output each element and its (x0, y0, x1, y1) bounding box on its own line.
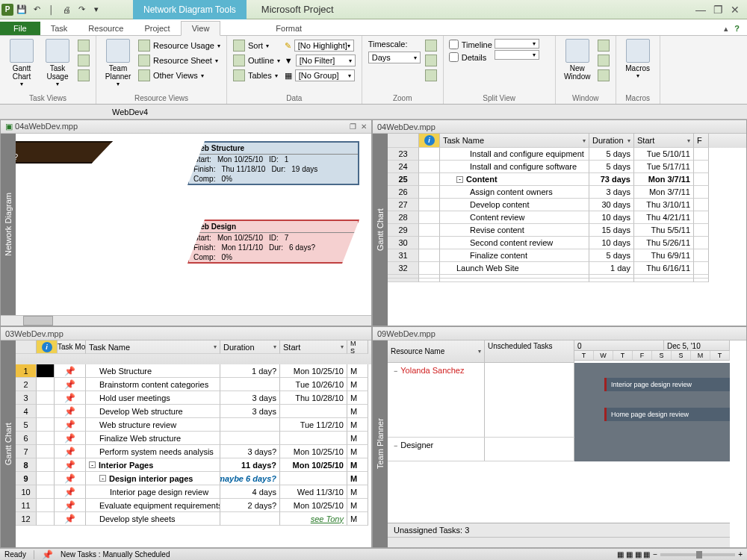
col-task-mode[interactable]: Task Mode▾ (55, 340, 86, 354)
new-window-button[interactable]: New Window (560, 37, 595, 81)
tab-project[interactable]: Project (134, 22, 180, 35)
table-row[interactable]: 9📌-Design interior pagesmaybe 6 days?M (16, 472, 371, 485)
table-row[interactable]: 30Second content review10 daysThu 5/26/1… (388, 237, 746, 249)
tab-format[interactable]: Format (265, 22, 312, 35)
minimize-button[interactable]: — (695, 4, 706, 16)
table-row[interactable]: 24Install and configure software5 daysTu… (388, 161, 746, 173)
redo-icon[interactable]: ↷ (75, 3, 88, 16)
table-row[interactable]: 29Revise content15 daysThu 5/5/11 (388, 224, 746, 237)
col-duration[interactable]: Duration▾ (589, 134, 634, 148)
table-row[interactable]: 5📌Web structure reviewTue 11/2/10M (16, 418, 371, 432)
resource-row[interactable]: −Designer (388, 438, 574, 461)
col-duration[interactable]: Duration▾ (220, 340, 280, 354)
table-row[interactable]: 28Content review10 daysThu 4/21/11 (388, 211, 746, 224)
zoom-item[interactable] (424, 39, 438, 52)
team-timeline[interactable]: 0 Dec 5, '10 TWTFSSMT Interior page desi… (574, 340, 730, 523)
scrollbar[interactable] (1, 315, 371, 326)
resource-sheet-item[interactable]: Resource Sheet▾ (137, 54, 222, 67)
gantt-chart-button[interactable]: Gantt Chart▾ (4, 37, 39, 87)
hide-item[interactable] (596, 69, 611, 82)
context-tab-network-diagram[interactable]: Network Diagram Tools (133, 0, 247, 19)
col-task-name[interactable]: Task Name▾ (440, 134, 589, 148)
col-finish[interactable]: F (694, 134, 709, 148)
print-icon[interactable]: 🖨 (60, 3, 73, 16)
selected-tasks-item[interactable] (424, 69, 438, 82)
zoom-slider[interactable]: ▦ ▦ ▦ ▦ − + (617, 550, 743, 559)
table-row[interactable]: 6📌Finalize Web structureM (16, 432, 371, 445)
maximize-button[interactable]: ❐ (713, 4, 723, 16)
scrollbar[interactable] (388, 537, 730, 547)
pane-close-icon[interactable]: ✕ (361, 122, 367, 131)
node-web-structure[interactable]: Web Structure Start:Mon 10/25/10ID:1 Fin… (187, 141, 359, 185)
app-icon[interactable]: P (1, 4, 13, 16)
table-row[interactable]: 3📌Hold user meetings3 daysThu 10/28/10M (16, 391, 371, 405)
task-bar[interactable]: Interior page design review (604, 378, 730, 391)
undo-icon[interactable]: ↶ (30, 3, 43, 16)
table-row[interactable]: 12📌Develop style sheetssee TonyM (16, 512, 371, 526)
tab-view[interactable]: View (181, 21, 221, 36)
close-button[interactable]: ✕ (731, 4, 740, 16)
zoom-in-icon[interactable]: + (738, 550, 743, 559)
details-combo[interactable]: ▾ (495, 50, 539, 60)
zoom-out-icon[interactable]: − (653, 550, 657, 559)
unassigned-tasks[interactable]: Unassigned Tasks: 3 (388, 523, 730, 537)
highlight-combo[interactable]: ✎[No Highlight]▾ (283, 39, 357, 52)
table-row[interactable]: 31Finalize content5 daysThu 6/9/11 (388, 249, 746, 262)
save-icon[interactable]: 💾 (15, 3, 28, 16)
table-row[interactable]: 2📌Brainstorm content categoriesTue 10/26… (16, 378, 371, 391)
expand-icon[interactable]: − (394, 442, 397, 449)
sort-item[interactable]: Sort▾ (232, 39, 282, 52)
calendar-mini[interactable] (76, 54, 91, 67)
table-row[interactable]: 25-Content73 daysMon 3/7/11 (388, 173, 746, 186)
table-row[interactable]: 4📌Develop Web structure3 daysM (16, 405, 371, 418)
qat-dropdown-icon[interactable]: ▾ (90, 3, 103, 16)
task-table[interactable]: i Task Mode▾ Task Name▾ Duration▾ Start▾… (16, 340, 371, 547)
tab-file[interactable]: File (0, 22, 40, 35)
tables-item[interactable]: Tables▾ (232, 69, 282, 82)
timeline-checkbox[interactable]: Timeline (448, 39, 493, 50)
arrange-all-item[interactable] (596, 54, 611, 67)
expand-icon[interactable]: − (394, 367, 397, 375)
table-row[interactable]: 32Launch Web Site1 dayThu 6/16/11 (388, 262, 746, 275)
col-resource-name[interactable]: Resource Name▾ (388, 340, 485, 363)
other-views-item[interactable]: Other Views▾ (137, 69, 222, 82)
other-taskview-mini[interactable] (76, 69, 91, 82)
col-task-name[interactable]: Task Name▾ (86, 340, 220, 354)
table-row[interactable]: 27Develop content30 daysThu 3/10/11 (388, 199, 746, 211)
entire-project-item[interactable] (424, 54, 438, 67)
col-start[interactable]: Start▾ (634, 134, 694, 148)
tab-resource[interactable]: Resource (78, 22, 134, 35)
table-row[interactable]: 10📌Interior page design review4 daysWed … (16, 485, 371, 499)
table-row[interactable]: 23Install and configure equipment5 daysT… (388, 148, 746, 161)
pane-restore-icon[interactable]: ❐ (350, 122, 356, 131)
timeline-combo[interactable]: ▾ (495, 39, 539, 49)
node-web-design[interactable]: Web Design Start:Mon 10/25/10ID:7 Finish… (187, 220, 359, 264)
network-diagram-mini[interactable] (76, 39, 91, 52)
node-summary[interactable]: D: 0 ur: 26 days? (16, 141, 113, 164)
team-planner-button[interactable]: Team Planner▾ (101, 37, 135, 87)
resource-usage-item[interactable]: Resource Usage▾ (137, 39, 222, 52)
resource-row[interactable]: −Yolanda Sanchez (388, 363, 574, 438)
group-combo[interactable]: ▦[No Group]▾ (283, 69, 357, 82)
network-canvas[interactable]: D: 0 ur: 26 days? Web Structure Start:Mo… (16, 134, 371, 315)
col-start[interactable]: Start▾ (280, 340, 347, 354)
macros-button[interactable]: Macros▾ (621, 37, 655, 79)
task-usage-button[interactable]: Task Usage▾ (40, 37, 75, 87)
switch-windows-item[interactable] (596, 39, 611, 52)
col-unscheduled[interactable]: Unscheduled Tasks (485, 340, 574, 363)
table-row[interactable]: 8📌-Interior Pages11 days?Mon 10/25/10M (16, 458, 371, 472)
table-row[interactable]: 1📌Web Structure1 day?Mon 10/25/10M (16, 364, 371, 378)
ribbon-min-icon[interactable]: ▴ (724, 24, 728, 34)
help-icon[interactable]: ? (734, 24, 740, 34)
timescale-combo[interactable]: Days▾ (367, 51, 422, 64)
table-row[interactable]: 11📌Evaluate equipment requirements2 days… (16, 499, 371, 512)
outline-item[interactable]: Outline▾ (232, 54, 282, 67)
table-row[interactable]: 7📌Perform system needs analysis3 days?Mo… (16, 445, 371, 458)
details-checkbox[interactable]: Details (448, 52, 493, 63)
task-bar[interactable]: Home page design review (604, 408, 730, 421)
filter-combo[interactable]: ▼[No Filter]▾ (283, 54, 357, 67)
tab-task[interactable]: Task (40, 22, 78, 35)
task-table[interactable]: i Task Name▾ Duration▾ Start▾ F 23Instal… (388, 134, 746, 326)
view-buttons[interactable]: ▦ ▦ ▦ ▦ (617, 550, 650, 559)
table-row[interactable]: 26Assign content owners3 daysMon 3/7/11 (388, 186, 746, 199)
